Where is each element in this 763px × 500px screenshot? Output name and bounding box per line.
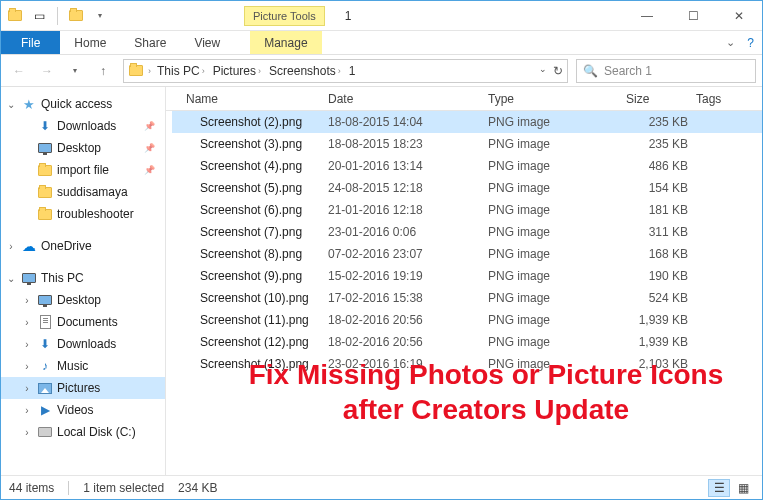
- sidebar-item-videos[interactable]: ›▶ Videos: [1, 399, 165, 421]
- expand-icon[interactable]: ›: [21, 317, 33, 328]
- expand-icon[interactable]: ›: [21, 427, 33, 438]
- expand-icon[interactable]: ›: [21, 361, 33, 372]
- title-bar: ▭ ▾ Picture Tools 1 — ☐ ✕: [1, 1, 762, 31]
- sidebar-item-quick-access[interactable]: ⌄ ★ Quick access: [1, 93, 165, 115]
- file-size: 235 KB: [626, 137, 696, 151]
- file-date: 18-08-2015 14:04: [328, 115, 488, 129]
- expand-icon[interactable]: ›: [21, 405, 33, 416]
- sidebar-item-onedrive[interactable]: › ☁ OneDrive: [1, 235, 165, 257]
- collapse-icon[interactable]: ⌄: [5, 273, 17, 284]
- table-row[interactable]: Screenshot (3).png18-08-2015 18:23PNG im…: [172, 133, 762, 155]
- tab-file[interactable]: File: [1, 31, 60, 54]
- status-size: 234 KB: [178, 481, 217, 495]
- sidebar-item-label: Pictures: [57, 381, 100, 395]
- column-header-type[interactable]: Type: [488, 92, 626, 106]
- address-bar[interactable]: › This PC › Pictures › Screenshots › 1 ⌄…: [123, 59, 568, 83]
- expand-icon[interactable]: ›: [5, 241, 17, 252]
- sidebar-item-desktop-pc[interactable]: › Desktop: [1, 289, 165, 311]
- tab-manage[interactable]: Manage: [250, 31, 321, 54]
- refresh-icon[interactable]: ↻: [553, 64, 563, 78]
- breadcrumb[interactable]: 1: [347, 64, 358, 78]
- tab-view[interactable]: View: [180, 31, 234, 54]
- sidebar-item-label: Music: [57, 359, 88, 373]
- table-row[interactable]: Screenshot (2).png18-08-2015 14:04PNG im…: [172, 111, 762, 133]
- qat-dropdown-icon[interactable]: ▾: [92, 8, 108, 24]
- expand-icon[interactable]: ⌄: [5, 99, 17, 110]
- maximize-button[interactable]: ☐: [670, 1, 716, 31]
- sidebar-item-troubleshooter[interactable]: troubleshooter: [1, 203, 165, 225]
- star-icon: ★: [21, 96, 37, 112]
- sidebar-item-documents[interactable]: › Documents: [1, 311, 165, 333]
- cloud-icon: ☁: [21, 238, 37, 254]
- chevron-right-icon[interactable]: ›: [148, 66, 151, 76]
- column-header-name[interactable]: Name: [172, 92, 328, 106]
- breadcrumb[interactable]: Screenshots ›: [267, 64, 343, 78]
- table-row[interactable]: Screenshot (4).png20-01-2016 13:14PNG im…: [172, 155, 762, 177]
- sidebar-item-local-disk[interactable]: › Local Disk (C:): [1, 421, 165, 443]
- close-button[interactable]: ✕: [716, 1, 762, 31]
- back-button[interactable]: ←: [7, 59, 31, 83]
- table-row[interactable]: Screenshot (5).png24-08-2015 12:18PNG im…: [172, 177, 762, 199]
- overlay-caption: Fix Missing Photos or Picture Icons afte…: [246, 357, 726, 427]
- sidebar-item-music[interactable]: ›♪ Music: [1, 355, 165, 377]
- sidebar-item-label: troubleshooter: [57, 207, 134, 221]
- forward-button[interactable]: →: [35, 59, 59, 83]
- table-row[interactable]: Screenshot (11).png18-02-2016 20:56PNG i…: [172, 309, 762, 331]
- file-size: 524 KB: [626, 291, 696, 305]
- sidebar-item-pictures[interactable]: › Pictures: [1, 377, 165, 399]
- downloads-icon: ⬇: [37, 336, 53, 352]
- help-icon[interactable]: ?: [747, 36, 754, 50]
- ribbon-expand-icon[interactable]: ⌄: [726, 36, 735, 49]
- sidebar-item-downloads[interactable]: ⬇ Downloads: [1, 115, 165, 137]
- sidebar-item-downloads-pc[interactable]: ›⬇ Downloads: [1, 333, 165, 355]
- tab-home[interactable]: Home: [60, 31, 120, 54]
- column-header-tags[interactable]: Tags: [696, 92, 746, 106]
- file-type: PNG image: [488, 181, 626, 195]
- file-size: 1,939 KB: [626, 335, 696, 349]
- status-item-count: 44 items: [9, 481, 54, 495]
- sidebar-item-label: Downloads: [57, 119, 116, 133]
- file-type: PNG image: [488, 313, 626, 327]
- sidebar-item-label: Local Disk (C:): [57, 425, 136, 439]
- column-header-size[interactable]: Size: [626, 92, 696, 106]
- tab-share[interactable]: Share: [120, 31, 180, 54]
- up-button[interactable]: ↑: [91, 59, 115, 83]
- properties-icon[interactable]: ▭: [31, 8, 47, 24]
- expand-icon[interactable]: ›: [21, 383, 33, 394]
- file-type: PNG image: [488, 247, 626, 261]
- recent-dropdown-icon[interactable]: ▾: [63, 59, 87, 83]
- column-header-date[interactable]: Date: [328, 92, 488, 106]
- sidebar-item-label: Downloads: [57, 337, 116, 351]
- table-row[interactable]: Screenshot (6).png21-01-2016 12:18PNG im…: [172, 199, 762, 221]
- sidebar-item-label: OneDrive: [41, 239, 92, 253]
- file-date: 24-08-2015 12:18: [328, 181, 488, 195]
- folder-icon: [37, 184, 53, 200]
- sidebar-item-label: Quick access: [41, 97, 112, 111]
- sidebar-item-desktop[interactable]: Desktop: [1, 137, 165, 159]
- sidebar-item-suddisamaya[interactable]: suddisamaya: [1, 181, 165, 203]
- table-row[interactable]: Screenshot (10).png17-02-2016 15:38PNG i…: [172, 287, 762, 309]
- breadcrumb[interactable]: Pictures ›: [211, 64, 263, 78]
- sidebar-item-label: Desktop: [57, 293, 101, 307]
- expand-icon[interactable]: ›: [21, 339, 33, 350]
- address-dropdown-icon[interactable]: ⌄: [539, 64, 547, 78]
- minimize-button[interactable]: —: [624, 1, 670, 31]
- table-row[interactable]: Screenshot (7).png23-01-2016 0:06PNG ima…: [172, 221, 762, 243]
- sidebar-item-import-file[interactable]: import file: [1, 159, 165, 181]
- search-icon: 🔍: [583, 64, 598, 78]
- expand-icon[interactable]: ›: [21, 295, 33, 306]
- sidebar-item-this-pc[interactable]: ⌄ This PC: [1, 267, 165, 289]
- table-row[interactable]: Screenshot (8).png07-02-2016 23:07PNG im…: [172, 243, 762, 265]
- breadcrumb[interactable]: This PC ›: [155, 64, 207, 78]
- window-controls: — ☐ ✕: [624, 1, 762, 31]
- window-title: 1: [345, 9, 352, 23]
- new-folder-icon[interactable]: [68, 8, 84, 24]
- table-row[interactable]: Screenshot (12).png18-02-2016 20:56PNG i…: [172, 331, 762, 353]
- navigation-pane: ⌄ ★ Quick access ⬇ Downloads Desktop imp…: [1, 87, 166, 475]
- thumbnails-view-button[interactable]: ▦: [732, 479, 754, 497]
- table-row[interactable]: Screenshot (9).png15-02-2016 19:19PNG im…: [172, 265, 762, 287]
- details-view-button[interactable]: ☰: [708, 479, 730, 497]
- search-input[interactable]: 🔍 Search 1: [576, 59, 756, 83]
- computer-icon: [21, 270, 37, 286]
- file-date: 20-01-2016 13:14: [328, 159, 488, 173]
